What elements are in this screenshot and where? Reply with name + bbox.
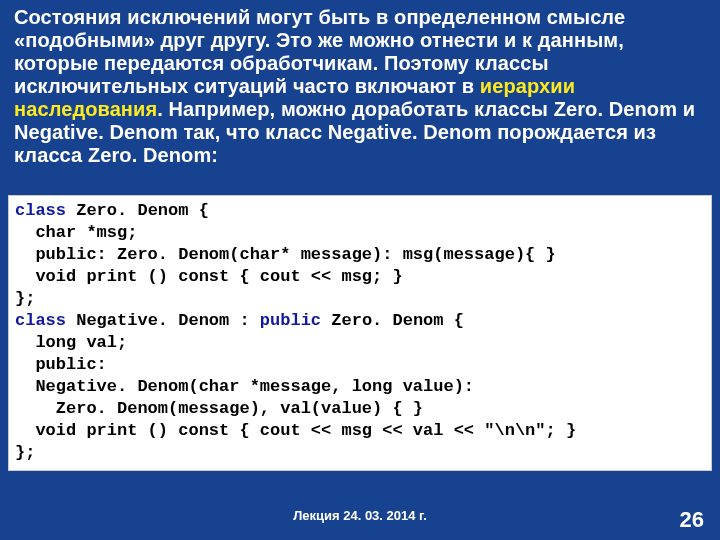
code-keyword: class <box>15 201 66 220</box>
code-line: Zero. Denom(message), val(value) { } <box>15 399 423 418</box>
code-line: long val; <box>15 333 127 352</box>
code-line: public: Zero. Denom(char* message): msg(… <box>15 245 556 264</box>
code-line: Negative. Denom : <box>66 311 260 330</box>
footer-center: Лекция 24. 03. 2014 г. <box>0 508 720 523</box>
slide: Состояния исключений могут быть в опреде… <box>0 0 720 540</box>
code-line: }; <box>15 289 35 308</box>
paragraph: Состояния исключений могут быть в опреде… <box>14 6 706 167</box>
code-line: void print () const { cout << msg; } <box>15 267 403 286</box>
code-line: char *msg; <box>15 223 137 242</box>
code-line: Zero. Denom { <box>66 201 209 220</box>
code-line: Negative. Denom(char *message, long valu… <box>15 377 474 396</box>
code-line: Zero. Denom { <box>321 311 464 330</box>
page-number: 26 <box>680 507 704 533</box>
code-keyword: class <box>15 311 66 330</box>
code-line: public: <box>15 355 107 374</box>
code-keyword: public <box>260 311 321 330</box>
code-line: void print () const { cout << msg << val… <box>15 421 576 440</box>
footer: Лекция 24. 03. 2014 г. 26 <box>0 508 720 530</box>
code-block: class Zero. Denom { char *msg; public: Z… <box>8 195 712 471</box>
code-line: }; <box>15 443 35 462</box>
